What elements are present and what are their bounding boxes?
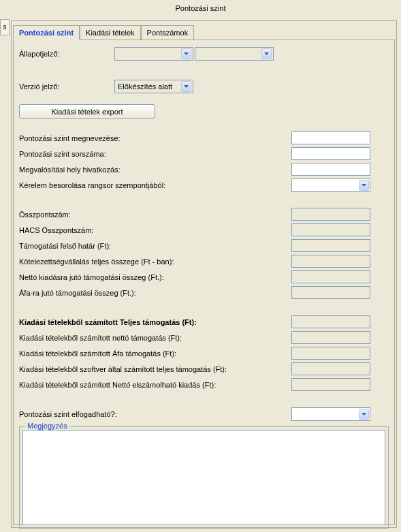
field-label: HACS Összpontszám: bbox=[19, 226, 291, 234]
field-label: Kiadási tételekből számított Nettó elszá… bbox=[19, 381, 291, 389]
tab-kiadasi-tetelek[interactable]: Kiadási tételek bbox=[80, 25, 141, 40]
tamogatasi-felso-hatar-input[interactable] bbox=[291, 239, 370, 252]
megvalositasi-hely-input[interactable] bbox=[291, 163, 370, 176]
netto-elszamolhato-input[interactable] bbox=[291, 378, 370, 391]
tab-pontozasi-szint[interactable]: Pontozási szint bbox=[13, 25, 80, 40]
chevron-down-icon bbox=[181, 48, 191, 59]
window-title: Pontozási szint bbox=[0, 0, 401, 16]
field-label: Kiadási tételekből számított nettó támog… bbox=[19, 334, 291, 342]
field-label: Kötelezettségvállalás teljes összege (Ft… bbox=[19, 257, 291, 266]
export-button[interactable]: Kiadási tételek export bbox=[19, 104, 155, 119]
verzio-label: Verzió jelző: bbox=[19, 82, 114, 91]
acceptable-select[interactable] bbox=[291, 407, 370, 421]
chevron-down-icon bbox=[359, 180, 369, 191]
verzio-select[interactable]: Előkészítés alatt bbox=[114, 80, 193, 93]
szint-megnevezese-input[interactable] bbox=[291, 131, 370, 144]
acceptable-label: Pontozási szint elfogadható?: bbox=[19, 410, 291, 418]
teljes-tamogatas-input[interactable] bbox=[291, 315, 370, 328]
szint-sorszama-input[interactable] bbox=[291, 147, 370, 160]
netto-kiadasra-juto-input[interactable] bbox=[291, 270, 370, 283]
comment-legend: Megjegyzés bbox=[25, 422, 69, 430]
szoftver-teljes-tamogatas-input[interactable] bbox=[291, 362, 370, 375]
field-label: Nettó kiadásra jutó támogatási összeg (F… bbox=[19, 273, 291, 281]
field-label: Kérelem besorolása rangsor szempontjából… bbox=[19, 181, 291, 189]
status-select-2[interactable] bbox=[195, 47, 274, 61]
field-label: Kiadási tételekből szoftver által számít… bbox=[19, 365, 291, 373]
hacs-osszpontszam-input[interactable] bbox=[291, 223, 370, 236]
comment-fieldset: Megjegyzés bbox=[19, 426, 389, 529]
status-label: Állapotjelző: bbox=[19, 50, 114, 58]
kerelem-besorolasa-select[interactable] bbox=[291, 178, 370, 192]
chevron-down-icon bbox=[261, 48, 272, 59]
field-label: Megvalósítási hely hivatkozás: bbox=[19, 166, 291, 174]
netto-tamogatas-input[interactable] bbox=[291, 331, 370, 344]
tabs: Pontozási szint Kiadási tételek Pontszám… bbox=[13, 25, 396, 40]
main-panel: Pontozási szint Kiadási tételek Pontszám… bbox=[11, 20, 397, 528]
verzio-value: Előkészítés alatt bbox=[118, 82, 172, 91]
field-label: Áfa-ra jutó támogatási összeg (Ft.): bbox=[19, 289, 291, 297]
field-label: Kiadási tételekből számított Áfa támogat… bbox=[19, 349, 291, 358]
tab-content: Állapotjelző: Verzió jelző: Előkészítés … bbox=[13, 40, 395, 525]
afa-tamogatas-input[interactable] bbox=[291, 347, 370, 360]
section-header: Kiadási tételekből számított Teljes támo… bbox=[19, 318, 291, 326]
afa-ra-juto-input[interactable] bbox=[291, 286, 370, 299]
chevron-down-icon bbox=[359, 409, 369, 420]
comment-textarea[interactable] bbox=[22, 430, 385, 525]
osszpontszam-input[interactable] bbox=[291, 208, 370, 221]
field-label: Támogatási felső határ (Ft): bbox=[19, 242, 291, 250]
field-label: Összpontszám: bbox=[19, 210, 291, 219]
status-select-1[interactable] bbox=[114, 47, 193, 61]
kotelezettsegvallalas-input[interactable] bbox=[291, 255, 370, 268]
field-label: Pontozási szint megnevezése: bbox=[19, 134, 291, 142]
left-panel-tab[interactable]: s bbox=[0, 19, 10, 35]
tab-pontszamok[interactable]: Pontszámok bbox=[141, 25, 195, 40]
chevron-down-icon bbox=[181, 81, 191, 92]
field-label: Pontozási szint sorszáma: bbox=[19, 150, 291, 158]
